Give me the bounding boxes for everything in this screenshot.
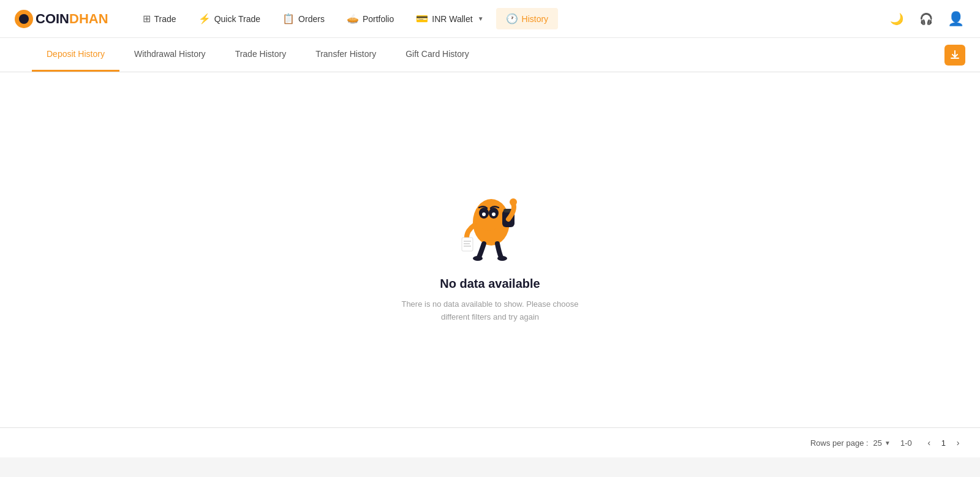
logo-dhan-text: DHAN [69, 11, 108, 27]
navbar: COIN DHAN ⊞ Trade ⚡ Quick Trade 📋 Orders… [0, 0, 980, 38]
tab-gift-card-history[interactable]: Gift Card History [391, 38, 483, 72]
quick-trade-icon: ⚡ [198, 13, 211, 24]
inr-wallet-icon: 💳 [416, 13, 428, 24]
tabs-bar: Deposit History Withdrawal History Trade… [0, 38, 980, 72]
rows-per-page-dropdown-icon: ▼ [884, 440, 891, 446]
portfolio-icon: 🥧 [347, 13, 359, 24]
logo-icon [15, 10, 33, 28]
nav-item-orders[interactable]: 📋 Orders [273, 8, 334, 29]
inr-wallet-dropdown-icon: ▼ [478, 15, 484, 22]
nav-item-portfolio[interactable]: 🥧 Portfolio [337, 8, 404, 29]
trade-icon: ⊞ [143, 13, 151, 24]
empty-state: No data available There is no data avail… [380, 140, 600, 361]
svg-point-6 [482, 212, 486, 216]
svg-point-13 [473, 256, 483, 261]
nav-item-orders-label: Orders [298, 14, 325, 24]
rows-per-page-label: Rows per page : [810, 438, 869, 448]
pagination-controls: ‹ 1 › [922, 435, 965, 450]
nav-item-quick-trade[interactable]: ⚡ Quick Trade [189, 8, 270, 29]
nav-item-trade-label: Trade [154, 14, 176, 24]
no-data-title: No data available [440, 277, 540, 291]
nav-items: ⊞ Trade ⚡ Quick Trade 📋 Orders 🥧 Portfol… [133, 8, 887, 29]
nav-item-inr-wallet[interactable]: 💳 INR Wallet ▼ [406, 8, 493, 29]
logo[interactable]: COIN DHAN [15, 10, 108, 28]
no-data-subtitle: There is no data available to show. Plea… [392, 298, 588, 324]
pagination-next-button[interactable]: › [951, 435, 965, 450]
orders-icon: 📋 [282, 13, 295, 24]
download-button[interactable] [944, 45, 965, 66]
user-avatar-icon[interactable]: 👤 [946, 9, 965, 29]
tab-trade-history[interactable]: Trade History [221, 38, 301, 72]
svg-point-14 [497, 256, 507, 261]
svg-rect-8 [462, 238, 473, 251]
tab-deposit-history[interactable]: Deposit History [32, 38, 119, 72]
nav-item-quick-trade-label: Quick Trade [214, 14, 260, 24]
theme-toggle-button[interactable]: 🌙 [887, 9, 907, 29]
nav-item-inr-wallet-label: INR Wallet [432, 14, 472, 24]
nav-item-portfolio-label: Portfolio [363, 14, 394, 24]
rows-per-page-value: 25 [873, 438, 882, 448]
empty-state-mascot [453, 176, 527, 262]
svg-point-12 [510, 198, 517, 206]
tab-withdrawal-history[interactable]: Withdrawal History [119, 38, 221, 72]
nav-item-history-label: History [522, 14, 549, 24]
logo-coin-text: COIN [36, 11, 69, 27]
rows-per-page: Rows per page : 25 ▼ [810, 438, 891, 448]
svg-point-3 [475, 201, 502, 231]
nav-right: 🌙 🎧 👤 [887, 9, 965, 29]
tab-transfer-history[interactable]: Transfer History [301, 38, 391, 72]
nav-item-history[interactable]: 🕐 History [496, 8, 559, 29]
pagination-range: 1-0 [900, 438, 912, 448]
main-content: No data available There is no data avail… [0, 72, 980, 427]
nav-item-trade[interactable]: ⊞ Trade [133, 8, 186, 29]
footer-bar: Rows per page : 25 ▼ 1-0 ‹ 1 › [0, 427, 980, 457]
pagination-prev-button[interactable]: ‹ [922, 435, 937, 450]
download-icon [950, 50, 960, 60]
support-icon[interactable]: 🎧 [916, 9, 936, 29]
svg-point-7 [492, 212, 496, 216]
pagination-current-page: 1 [941, 438, 946, 448]
rows-per-page-select[interactable]: 25 ▼ [873, 438, 891, 448]
history-icon: 🕐 [506, 13, 518, 24]
